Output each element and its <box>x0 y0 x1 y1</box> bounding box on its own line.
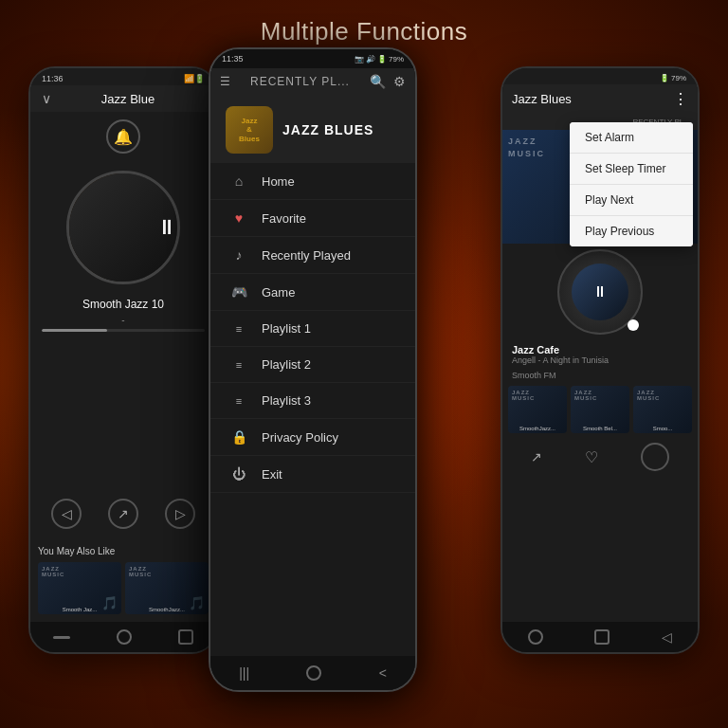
status-bar-left: 11:36 📶🔋 <box>30 68 216 85</box>
header-actions: 🔍 ⚙ <box>370 74 406 89</box>
playlist1-icon: ≡ <box>229 323 248 335</box>
back-chevron-icon[interactable]: ∨ <box>42 91 51 106</box>
progress-area-left <box>30 325 216 336</box>
heart-icon: ♥ <box>229 210 248 226</box>
menu-item-favorite[interactable]: ♥ Favorite <box>210 200 415 237</box>
phone-right: 🔋 79% Jazz Blues ⋮ Set Alarm Set Sleep T… <box>500 66 700 654</box>
phone-left-header: ∨ Jazz Blue <box>30 85 216 112</box>
hamburger-menu-icon[interactable]: ☰ <box>220 75 230 88</box>
you-may-like-label: You May Also Like <box>30 540 216 562</box>
album-art-right: ⏸ <box>557 249 643 335</box>
more-icon-right[interactable]: ⋮ <box>673 90 688 108</box>
menu-item-playlist1[interactable]: ≡ Playlist 1 <box>210 311 415 347</box>
menu-label-privacy: Privacy Policy <box>262 430 338 445</box>
time-left: 11:36 <box>42 74 64 83</box>
nav-back-center[interactable]: < <box>379 665 387 681</box>
menu-item-game[interactable]: 🎮 Game <box>210 274 415 311</box>
play-pause-button-left[interactable]: ⏸ <box>156 215 177 240</box>
app-name: JAZZ BLUES <box>282 122 373 137</box>
menu-item-playlist3[interactable]: ≡ Playlist 3 <box>210 383 415 419</box>
context-play-next[interactable]: Play Next <box>570 185 693 216</box>
status-icons-left: 📶🔋 <box>184 74 205 83</box>
right-header: Jazz Blues ⋮ Set Alarm Set Sleep Timer P… <box>502 84 698 114</box>
mini-album-label-2: SmoothJazz... <box>127 607 207 612</box>
back-button-left[interactable]: ◁ <box>51 499 82 529</box>
mini-thumb-1-right[interactable]: SmoothJazz... <box>508 386 567 433</box>
drawer-header: Jazz&Blues JAZZ BLUES <box>210 95 415 163</box>
nav-bar-right: ◁ <box>502 622 698 652</box>
phone-left: 11:36 📶🔋 ∨ Jazz Blue 🔔 ⏸ Smooth Jazz 10 … <box>28 66 218 654</box>
app-logo-text: Jazz&Blues <box>239 117 260 144</box>
mini-album-1-left[interactable]: 🎵 Smooth Jaz... <box>38 562 121 614</box>
phone-right-screen: 🔋 79% Jazz Blues ⋮ Set Alarm Set Sleep T… <box>502 68 698 652</box>
play-pause-icon-right[interactable]: ⏸ <box>592 283 608 300</box>
forward-button-left[interactable]: ▷ <box>165 499 195 529</box>
menu-label-home: Home <box>262 174 295 189</box>
menu-label-playlist2: Playlist 2 <box>262 357 311 372</box>
forward-icon-right[interactable] <box>641 443 669 471</box>
settings-icon-center[interactable]: ⚙ <box>393 74 406 89</box>
drawer-menu: Jazz&Blues JAZZ BLUES ⌂ Home ♥ Favorite … <box>210 95 415 656</box>
playlist3-icon: ≡ <box>229 395 248 407</box>
context-set-alarm[interactable]: Set Alarm <box>570 122 693 154</box>
nav-bar-center: ||| < <box>210 656 415 690</box>
tab-recently-played[interactable]: RECENTLY PL... <box>250 75 350 88</box>
menu-label-exit: Exit <box>262 467 282 482</box>
nav-home-right[interactable] <box>528 629 543 645</box>
page-title: Multiple Functions <box>0 17 728 46</box>
progress-dot-right <box>628 319 639 331</box>
search-icon-center[interactable]: 🔍 <box>370 74 386 89</box>
status-icons-right: 🔋 79% <box>660 74 686 82</box>
menu-label-recently-played: Recently Played <box>262 248 351 263</box>
left-header-title: Jazz Blue <box>101 92 155 106</box>
nav-menu-center[interactable]: ||| <box>239 665 249 681</box>
nav-home-circle-center[interactable] <box>306 665 321 681</box>
music-note-menu-icon: ♪ <box>229 247 248 263</box>
menu-label-game: Game <box>262 285 295 300</box>
menu-item-home[interactable]: ⌂ Home <box>210 163 415 200</box>
right-header-title: Jazz Blues <box>512 92 572 106</box>
menu-item-exit[interactable]: ⏻ Exit <box>210 456 415 493</box>
track-subtitle-left: - <box>30 315 216 325</box>
menu-item-playlist2[interactable]: ≡ Playlist 2 <box>210 347 415 383</box>
share-icon-left: ↗ <box>118 506 129 521</box>
track-info-right: Jazz Cafe Angell - A Night in Tunisia <box>502 340 698 369</box>
menu-item-privacy[interactable]: 🔒 Privacy Policy <box>210 419 415 456</box>
progress-bar-track-left <box>42 329 205 332</box>
mini-thumb-label-3-right: Smoo... <box>635 426 690 431</box>
center-top-bar: ☰ RECENTLY PL... 🔍 ⚙ <box>210 68 415 95</box>
back-icon-left: ◁ <box>62 506 72 521</box>
mini-album-2-left[interactable]: 🎵 SmoothJazz... <box>125 562 209 614</box>
share-button-left[interactable]: ↗ <box>108 499 138 529</box>
album-inner-right: ⏸ <box>572 264 628 320</box>
bell-area: 🔔 <box>30 119 216 154</box>
lock-icon: 🔒 <box>229 429 248 445</box>
home-icon: ⌂ <box>229 173 248 189</box>
nav-square-right[interactable] <box>594 629 610 645</box>
menu-label-playlist3: Playlist 3 <box>262 393 311 408</box>
right-controls: ↗ ♡ <box>502 437 698 477</box>
mini-thumb-label-2-right: Smooth Bel... <box>573 426 628 431</box>
context-play-previous[interactable]: Play Previous <box>570 216 693 246</box>
nav-back-right[interactable]: ◁ <box>662 629 672 645</box>
mini-album-row-left: 🎵 Smooth Jaz... 🎵 SmoothJazz... <box>30 562 216 622</box>
nav-square-left[interactable] <box>178 629 193 645</box>
app-logo: Jazz&Blues <box>226 106 273 154</box>
share-icon-right[interactable]: ↗ <box>531 449 542 464</box>
mini-thumb-3-right[interactable]: Smoo... <box>633 386 692 433</box>
nav-home-left[interactable] <box>53 636 70 639</box>
gamepad-icon: 🎮 <box>229 284 248 300</box>
bottom-mini-row-right: SmoothJazz... Smooth Bel... Smoo... <box>502 382 698 437</box>
track-name-right: Jazz Cafe <box>512 344 688 355</box>
context-set-sleep-timer[interactable]: Set Sleep Timer <box>570 154 693 185</box>
status-bar-center: 11:35 📷 🔊 🔋 79% <box>210 49 415 68</box>
favorite-icon-right[interactable]: ♡ <box>585 448 598 466</box>
nav-back-left[interactable] <box>117 629 132 645</box>
menu-item-recently-played[interactable]: ♪ Recently Played <box>210 237 415 274</box>
notification-bell-icon[interactable]: 🔔 <box>106 119 140 154</box>
jazz-music-text-right: JAZZMUSIC <box>508 136 545 159</box>
progress-bar-fill-left <box>42 329 107 332</box>
phone-center: 11:35 📷 🔊 🔋 79% ☰ RECENTLY PL... 🔍 ⚙ Jaz… <box>209 47 417 692</box>
mini-album-label-1: Smooth Jaz... <box>40 607 119 612</box>
mini-thumb-2-right[interactable]: Smooth Bel... <box>571 386 629 433</box>
